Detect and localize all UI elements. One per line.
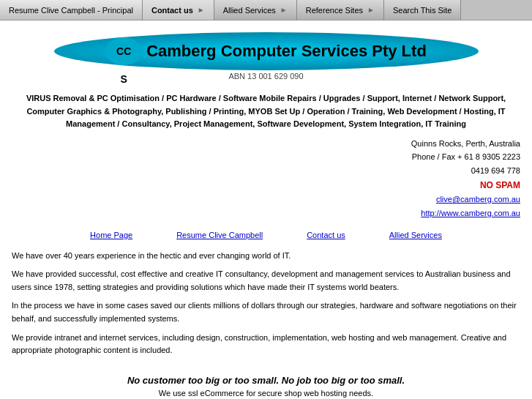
contact-info: Quinns Rocks, Perth, Australia Phone / F… [411,137,532,220]
main-content: We have over 40 years experience in the … [0,244,532,369]
nav-bar: Resume Clive Campbell - Principal Contac… [0,0,532,20]
nav-item-resume[interactable]: Resume Clive Campbell - Principal [0,0,143,20]
nav-label-allied: Allied Services [223,6,276,15]
no-spam-label: NO SPAM [411,178,520,193]
nav-item-contact[interactable]: Contact us ► [143,0,214,20]
body-para-4: We provide intranet and internet service… [12,332,520,357]
body-para-2: We have provided successful, cost effect… [12,268,520,294]
nav-label-search: Search This Site [393,6,452,15]
company-name: Camberg Computer Services Pty Ltd [146,42,427,61]
services-text-bold: VIRUS Removal & PC Optimisation / PC Har… [26,94,506,128]
ssl-text: We use ssl eCommerce for secure shop web… [0,389,532,398]
nav-label-reference: Reference Sites [306,6,363,15]
abn-text: ABN 13 001 629 090 [0,72,532,81]
nav-label-contact: Contact us [151,6,193,15]
contact-phone: Phone / Fax + 61 8 9305 2223 [411,150,520,164]
nav-links-row: Home Page Resume Clive Campbell Contact … [0,226,532,244]
contact-location: Quinns Rocks, Perth, Australia [411,137,520,151]
nav-arrow-allied: ► [280,6,288,14]
contact-website[interactable]: http://www.camberg.com.au [421,209,520,217]
contact-mobile: 0419 694 778 [411,164,520,178]
services-description: VIRUS Removal & PC Optimisation / PC Har… [0,86,532,134]
tagline: No customer too big or too small. No job… [0,375,532,386]
nav-label-resume: Resume Clive Campbell - Principal [9,6,133,15]
header-oval-inner: CCS Camberg Computer Services Pty Ltd [105,37,427,65]
link-contact[interactable]: Contact us [307,231,345,239]
nav-item-reference[interactable]: Reference Sites ► [297,0,384,20]
contact-right-section: Quinns Rocks, Perth, Australia Phone / F… [0,134,532,226]
body-para-3: In the process we have in some cases sav… [12,299,520,325]
link-home[interactable]: Home Page [90,231,132,239]
nav-arrow-contact: ► [198,6,205,14]
header: CCS Camberg Computer Services Pty Ltd AB… [0,20,532,86]
nav-arrow-reference: ► [367,6,375,14]
header-oval: CCS Camberg Computer Services Pty Ltd [54,32,479,70]
body-para-1: We have over 40 years experience in the … [12,250,520,263]
nav-item-search[interactable]: Search This Site [384,0,462,20]
company-logo: CCS [105,37,142,65]
link-resume[interactable]: Resume Clive Campbell [176,231,263,239]
link-allied[interactable]: Allied Services [389,231,442,239]
contact-email[interactable]: clive@camberg.com.au [436,195,520,204]
nav-item-allied[interactable]: Allied Services ► [214,0,297,20]
